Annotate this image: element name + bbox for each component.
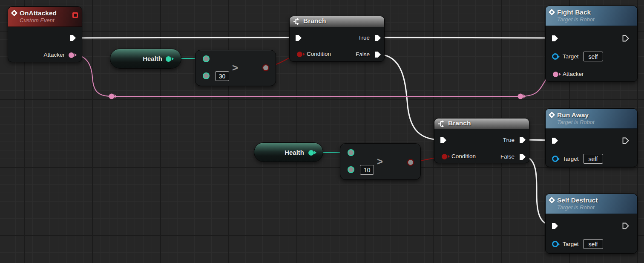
reroute-node-2[interactable] bbox=[518, 94, 526, 99]
node-subtitle: Target is Robot bbox=[557, 16, 595, 23]
pin-label-false: False bbox=[500, 153, 515, 160]
node-title: Branch bbox=[303, 17, 326, 25]
variable-label: Health bbox=[285, 149, 304, 156]
exec-output-pin[interactable] bbox=[69, 35, 76, 41]
node-subtitle: Target is Robot bbox=[557, 204, 598, 211]
greater-than-symbol: > bbox=[232, 62, 238, 74]
greater-than-symbol: > bbox=[377, 156, 383, 168]
blueprint-graph-canvas[interactable]: OnAttacked Custom Event Attacker Health … bbox=[0, 0, 644, 263]
false-output-pin[interactable] bbox=[519, 153, 526, 160]
condition-input-pin[interactable] bbox=[442, 154, 447, 159]
variable-label: Health bbox=[143, 55, 162, 62]
target-input-pin[interactable] bbox=[552, 156, 558, 162]
pin-label-target: Target bbox=[563, 53, 579, 60]
node-title: Fight Back bbox=[557, 8, 595, 16]
pin-label-true: True bbox=[358, 35, 370, 41]
exec-output-pin[interactable] bbox=[622, 35, 629, 42]
node-header-fight-back[interactable]: Fight Back Target is Robot bbox=[546, 6, 637, 26]
attacker-input-pin[interactable] bbox=[553, 72, 558, 77]
exec-output-pin[interactable] bbox=[622, 223, 629, 229]
branch-icon bbox=[293, 18, 300, 25]
node-title: Branch bbox=[448, 119, 471, 127]
node-title: Run Away bbox=[557, 111, 595, 119]
condition-input-pin[interactable] bbox=[297, 52, 302, 57]
pin-label-condition: Condition bbox=[307, 51, 331, 57]
node-header-onattacked[interactable]: OnAttacked Custom Event bbox=[8, 7, 82, 27]
node-header-branch-2[interactable]: Branch bbox=[434, 118, 529, 129]
node-greater-than-2[interactable]: > bbox=[340, 143, 421, 180]
node-fight-back[interactable]: Fight Back Target is Robot Target Attack… bbox=[545, 6, 638, 82]
pin-label-attacker: Attacker bbox=[43, 52, 65, 58]
compare-input-a-pin[interactable] bbox=[348, 149, 354, 156]
node-subtitle: Target is Robot bbox=[557, 119, 595, 126]
compare-input-b-pin[interactable] bbox=[348, 166, 354, 173]
node-run-away[interactable]: Run Away Target is Robot Target bbox=[545, 108, 638, 167]
exec-input-pin[interactable] bbox=[552, 137, 558, 144]
function-icon bbox=[549, 197, 555, 204]
node-self-destruct[interactable]: Self Destruct Target is Robot Target bbox=[545, 194, 638, 254]
node-header-self-destruct[interactable]: Self Destruct Target is Robot bbox=[546, 194, 637, 214]
exec-input-pin[interactable] bbox=[552, 35, 558, 42]
compare-result-pin[interactable] bbox=[407, 159, 414, 166]
delegate-pin[interactable] bbox=[72, 12, 78, 18]
node-health-variable-1[interactable]: Health bbox=[110, 49, 181, 69]
target-value-input[interactable] bbox=[583, 154, 603, 164]
exec-input-pin[interactable] bbox=[552, 223, 558, 229]
wire-exec-branch1-true-to-fightback bbox=[380, 38, 553, 38]
true-output-pin[interactable] bbox=[519, 136, 526, 143]
node-header-branch-1[interactable]: Branch bbox=[290, 16, 384, 27]
compare-input-b-pin[interactable] bbox=[203, 72, 210, 79]
node-header-run-away[interactable]: Run Away Target is Robot bbox=[546, 109, 637, 129]
node-branch-1[interactable]: Branch True Condition False bbox=[289, 16, 385, 62]
pin-label-attacker: Attacker bbox=[563, 71, 584, 77]
pin-label-target: Target bbox=[563, 156, 579, 162]
event-icon bbox=[11, 10, 18, 17]
target-input-pin[interactable] bbox=[552, 241, 558, 247]
node-branch-2[interactable]: Branch True Condition False bbox=[434, 118, 529, 163]
false-output-pin[interactable] bbox=[374, 51, 381, 58]
exec-input-pin[interactable] bbox=[295, 35, 302, 41]
true-output-pin[interactable] bbox=[374, 35, 381, 41]
branch-icon bbox=[438, 120, 445, 127]
health-output-pin[interactable] bbox=[308, 150, 314, 156]
wire-exec-onattacked-to-branch1 bbox=[76, 38, 297, 38]
pin-label-true: True bbox=[503, 137, 515, 143]
node-onattacked[interactable]: OnAttacked Custom Event Attacker bbox=[8, 6, 82, 62]
node-greater-than-1[interactable]: > bbox=[195, 50, 276, 86]
exec-input-pin[interactable] bbox=[440, 137, 447, 144]
attacker-output-pin[interactable] bbox=[69, 52, 74, 58]
reroute-node-1[interactable] bbox=[109, 94, 117, 99]
exec-output-pin[interactable] bbox=[622, 137, 629, 144]
target-input-pin[interactable] bbox=[552, 53, 558, 60]
function-icon bbox=[549, 9, 555, 16]
compare-result-pin[interactable] bbox=[262, 64, 269, 71]
health-output-pin[interactable] bbox=[166, 56, 171, 62]
pin-label-false: False bbox=[356, 51, 370, 58]
target-value-input[interactable] bbox=[583, 239, 603, 249]
wire-exec-branch1-false-to-branch2 bbox=[380, 55, 441, 140]
node-title: OnAttacked bbox=[20, 9, 57, 17]
node-health-variable-2[interactable]: Health bbox=[254, 142, 323, 162]
pin-label-target: Target bbox=[563, 241, 579, 247]
target-value-input[interactable] bbox=[583, 52, 603, 61]
compare-value-input[interactable] bbox=[215, 71, 229, 81]
compare-value-input[interactable] bbox=[360, 165, 374, 175]
function-icon bbox=[549, 112, 555, 118]
compare-input-a-pin[interactable] bbox=[203, 55, 210, 62]
node-title: Self Destruct bbox=[557, 196, 598, 204]
node-subtitle: Custom Event bbox=[20, 17, 57, 24]
pin-label-condition: Condition bbox=[451, 153, 476, 159]
